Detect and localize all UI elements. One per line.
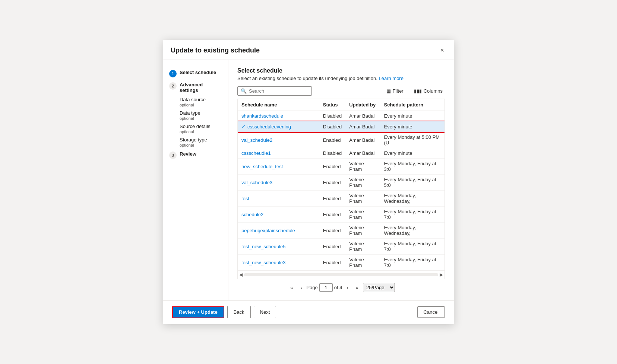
horizontal-scrollbar[interactable] [244, 273, 438, 276]
schedule-name-link[interactable]: pepebugexplainschedule [241, 228, 295, 233]
schedule-status: Enabled [319, 159, 346, 175]
schedule-name-link[interactable]: val_schedule3 [241, 180, 272, 185]
first-page-button[interactable]: « [287, 283, 296, 292]
schedule-updated-by: Valerie Pham [345, 191, 380, 207]
schedule-pattern: Every Monday at 5:00 PM (U [380, 132, 444, 148]
page-label: Page [306, 285, 317, 290]
sidebar-item-storage-type[interactable]: Storage type optional [168, 135, 224, 149]
schedule-pattern: Every Monday, Friday at 3:0 [380, 159, 444, 175]
schedule-updated-by: Valerie Pham [345, 207, 380, 223]
sidebar-item-data-type[interactable]: Data type optional [168, 109, 224, 122]
sidebar-item-review[interactable]: 3 Review [168, 149, 224, 161]
columns-button[interactable]: ▮▮▮ Columns [412, 87, 445, 95]
table-row[interactable]: val_schedule2EnabledAmar BadalEvery Mond… [238, 132, 444, 148]
toolbar-right: ▦ Filter ▮▮▮ Columns [384, 87, 445, 95]
schedule-name-link[interactable]: new_schedule_test [241, 164, 283, 169]
schedule-status: Enabled [319, 207, 346, 223]
step-3-indicator: 3 [169, 151, 177, 159]
schedule-updated-by: Valerie Pham [345, 255, 380, 271]
schedule-name-link[interactable]: cssscheduleevening [247, 124, 291, 130]
table-scroll[interactable]: Schedule name Status Updated by Schedule… [238, 99, 444, 270]
schedule-updated-by: Amar Badal [345, 111, 380, 121]
horizontal-scrollbar-area: ◀ ▶ [238, 270, 444, 279]
schedule-table: Schedule name Status Updated by Schedule… [238, 99, 444, 270]
close-button[interactable]: × [438, 46, 446, 55]
pagination: « ‹ Page of 4 › » 25/Page 50/Page 100/Pa… [237, 279, 445, 294]
schedule-pattern: Every Monday, Friday at 7:0 [380, 239, 444, 255]
table-row[interactable]: pepebugexplainscheduleEnabledValerie Pha… [238, 223, 444, 239]
search-input[interactable] [249, 88, 308, 94]
schedule-name-link[interactable]: test_new_schedule3 [241, 260, 286, 265]
review-update-button[interactable]: Review + Update [172, 306, 224, 318]
table-row[interactable]: val_schedule3EnabledValerie PhamEvery Mo… [238, 175, 444, 191]
step-1-label: Select schedule [180, 70, 216, 75]
schedule-name-link[interactable]: shankardsschedule [241, 113, 283, 119]
schedule-updated-by: Amar Badal [345, 132, 380, 148]
step-3-label: Review [180, 151, 196, 157]
table-row[interactable]: test_new_schedule5EnabledValerie PhamEve… [238, 239, 444, 255]
schedule-name-link[interactable]: test [241, 196, 249, 201]
schedule-name-link[interactable]: val_schedule2 [241, 137, 272, 143]
schedule-name-link[interactable]: cssscheudle1 [241, 150, 271, 156]
data-type-label: Data type [180, 110, 222, 116]
col-header-name: Schedule name [238, 99, 319, 111]
schedule-status: Enabled [319, 255, 346, 271]
dialog-footer: Review + Update Back Next Cancel [163, 300, 454, 324]
search-icon: 🔍 [241, 88, 247, 94]
filter-icon: ▦ [386, 88, 391, 94]
schedule-status: Enabled [319, 175, 346, 191]
main-title: Select schedule [237, 67, 445, 74]
schedule-pattern: Every minute [380, 148, 444, 159]
schedule-status: Enabled [319, 132, 346, 148]
scroll-left-button[interactable]: ◀ [238, 272, 244, 277]
prev-page-button[interactable]: ‹ [297, 283, 305, 292]
schedule-status: Disabled [319, 111, 346, 121]
schedule-status: Enabled [319, 223, 346, 239]
schedule-status: Disabled [319, 148, 346, 159]
next-page-button[interactable]: › [344, 283, 351, 292]
schedule-name-link[interactable]: test_new_schedule5 [241, 244, 286, 249]
schedule-updated-by: Valerie Pham [345, 223, 380, 239]
table-row[interactable]: new_schedule_testEnabledValerie PhamEver… [238, 159, 444, 175]
per-page-select[interactable]: 25/Page 50/Page 100/Page [363, 283, 395, 292]
data-source-sublabel: optional [180, 103, 222, 107]
table-row[interactable]: cssscheudle1DisabledAmar BadalEvery minu… [238, 148, 444, 159]
schedule-status: Enabled [319, 191, 346, 207]
schedule-pattern: Every minute [380, 111, 444, 121]
col-header-updated: Updated by [345, 99, 380, 111]
sidebar-item-select-schedule[interactable]: 1 Select schedule [168, 67, 224, 80]
schedule-updated-by: Amar Badal [345, 121, 380, 132]
learn-more-link[interactable]: Learn more [379, 76, 403, 81]
schedule-pattern: Every Monday, Wednesday, [380, 191, 444, 207]
table-row[interactable]: schedule2EnabledValerie PhamEvery Monday… [238, 207, 444, 223]
schedule-table-wrap: Schedule name Status Updated by Schedule… [237, 99, 445, 279]
search-box: 🔍 [237, 86, 312, 96]
dialog-header: Update to existing schedule × [163, 40, 454, 60]
table-row[interactable]: testEnabledValerie PhamEvery Monday, Wed… [238, 191, 444, 207]
update-schedule-dialog: Update to existing schedule × 1 Select s… [163, 40, 454, 324]
sidebar-item-advanced-settings[interactable]: 2 Advanced settings [168, 80, 224, 95]
table-row[interactable]: ✓cssscheduleeveningDisabledAmar BadalEve… [238, 121, 444, 132]
data-source-label: Data source [180, 97, 222, 102]
filter-button[interactable]: ▦ Filter [384, 87, 406, 95]
page-of-label: of 4 [334, 285, 342, 290]
toolbar: 🔍 ▦ Filter ▮▮▮ Columns [237, 86, 445, 96]
sidebar-item-data-source[interactable]: Data source optional [168, 95, 224, 109]
dialog-body: 1 Select schedule 2 Advanced settings Da… [163, 60, 454, 300]
table-row[interactable]: test_new_schedule3EnabledValerie PhamEve… [238, 255, 444, 271]
data-type-sublabel: optional [180, 116, 222, 121]
next-button[interactable]: Next [254, 306, 276, 318]
schedule-name-link[interactable]: schedule2 [241, 212, 263, 217]
main-subtitle: Select an existing schedule to update it… [237, 76, 445, 81]
last-page-button[interactable]: » [353, 283, 361, 292]
back-button[interactable]: Back [227, 306, 251, 318]
sidebar: 1 Select schedule 2 Advanced settings Da… [163, 60, 228, 300]
page-number-input[interactable] [319, 283, 333, 292]
schedule-pattern: Every Monday, Friday at 7:0 [380, 207, 444, 223]
cancel-button[interactable]: Cancel [417, 306, 445, 318]
table-row[interactable]: shankardsscheduleDisabledAmar BadalEvery… [238, 111, 444, 121]
sidebar-item-source-details[interactable]: Source details optional [168, 122, 224, 135]
schedule-updated-by: Valerie Pham [345, 175, 380, 191]
scroll-right-button[interactable]: ▶ [438, 272, 444, 277]
step-2-indicator: 2 [169, 82, 177, 90]
